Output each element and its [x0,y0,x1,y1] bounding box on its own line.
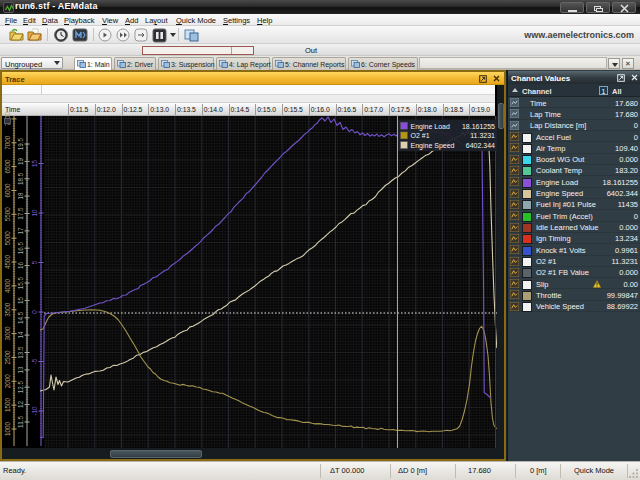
svg-text:3000: 3000 [4,326,11,341]
svg-text:12.5: 12.5 [17,381,24,394]
svg-text:5000: 5000 [4,231,11,246]
svg-text:13: 13 [17,366,24,374]
svg-text:14: 14 [17,331,24,339]
svg-text:4000: 4000 [4,278,11,293]
svg-text:12: 12 [17,401,24,409]
svg-text:18.161255: 18.161255 [462,123,495,130]
svg-text:11.5: 11.5 [17,416,24,428]
svg-text:O2 #1: O2 #1 [411,132,430,139]
svg-text:17.5: 17.5 [17,207,24,220]
svg-text:5: 5 [31,260,38,264]
svg-text:2500: 2500 [4,350,11,365]
svg-text:19.5: 19.5 [17,137,24,150]
svg-text:14.5: 14.5 [17,311,24,324]
svg-text:15: 15 [31,160,38,168]
svg-text:3500: 3500 [4,302,11,317]
svg-text:16.5: 16.5 [17,242,24,255]
svg-text:15.5: 15.5 [17,276,24,289]
svg-text:Engine Load: Engine Load [411,123,450,131]
svg-text:15: 15 [17,296,24,304]
svg-text:6402.344: 6402.344 [466,142,495,149]
svg-text:0: 0 [31,310,38,314]
svg-text:6500: 6500 [4,159,11,174]
svg-text:17: 17 [17,227,24,235]
svg-text:2000: 2000 [4,374,11,389]
svg-text:6000: 6000 [4,183,11,198]
svg-text:-10: -10 [31,406,38,416]
svg-text:-5: -5 [31,358,38,364]
svg-text:1500: 1500 [4,398,11,413]
svg-text:7000: 7000 [4,135,11,150]
svg-text:19: 19 [17,157,24,165]
svg-text:11.3231: 11.3231 [470,132,495,139]
svg-text:10: 10 [31,209,38,217]
svg-text:5500: 5500 [4,207,11,222]
svg-text:18: 18 [17,192,24,200]
svg-text:1000: 1000 [4,422,11,437]
svg-text:4500: 4500 [4,255,11,270]
svg-text:16: 16 [17,262,24,270]
svg-text:13.5: 13.5 [17,346,24,359]
svg-text:Engine Speed: Engine Speed [411,142,455,150]
svg-text:18.5: 18.5 [17,172,24,185]
